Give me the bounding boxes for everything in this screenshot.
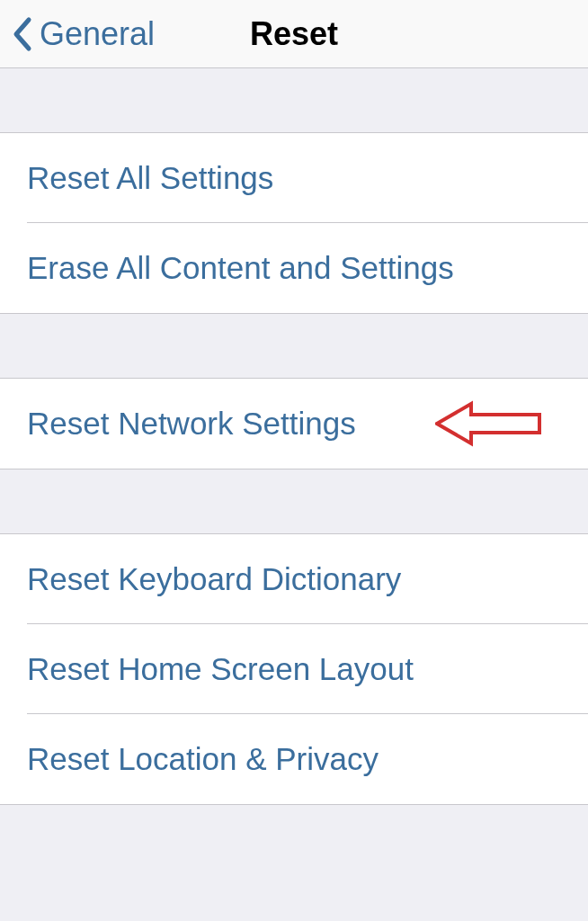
item-label: Reset Network Settings [27, 406, 356, 441]
reset-section-1: Reset All Settings Erase All Content and… [0, 133, 588, 314]
back-label: General [40, 15, 155, 53]
item-label: Reset Keyboard Dictionary [27, 561, 401, 596]
section-spacer [0, 314, 588, 379]
reset-keyboard-dictionary-item[interactable]: Reset Keyboard Dictionary [0, 534, 588, 624]
section-spacer [0, 68, 588, 133]
navigation-bar: General Reset [0, 0, 588, 68]
reset-network-settings-item[interactable]: Reset Network Settings [0, 379, 588, 469]
reset-location-privacy-item[interactable]: Reset Location & Privacy [0, 714, 588, 805]
item-label: Reset Location & Privacy [27, 741, 379, 776]
item-label: Reset All Settings [27, 160, 273, 195]
back-button[interactable]: General [0, 15, 155, 53]
highlight-arrow-icon [435, 398, 543, 449]
reset-all-settings-item[interactable]: Reset All Settings [0, 133, 588, 223]
reset-home-screen-layout-item[interactable]: Reset Home Screen Layout [0, 624, 588, 714]
reset-section-3: Reset Keyboard Dictionary Reset Home Scr… [0, 534, 588, 805]
item-label: Reset Home Screen Layout [27, 651, 414, 686]
reset-section-2: Reset Network Settings [0, 379, 588, 469]
section-spacer [0, 469, 588, 534]
chevron-left-icon [11, 16, 32, 52]
page-title: Reset [250, 15, 338, 53]
erase-all-content-item[interactable]: Erase All Content and Settings [0, 223, 588, 314]
item-label: Erase All Content and Settings [27, 250, 454, 285]
